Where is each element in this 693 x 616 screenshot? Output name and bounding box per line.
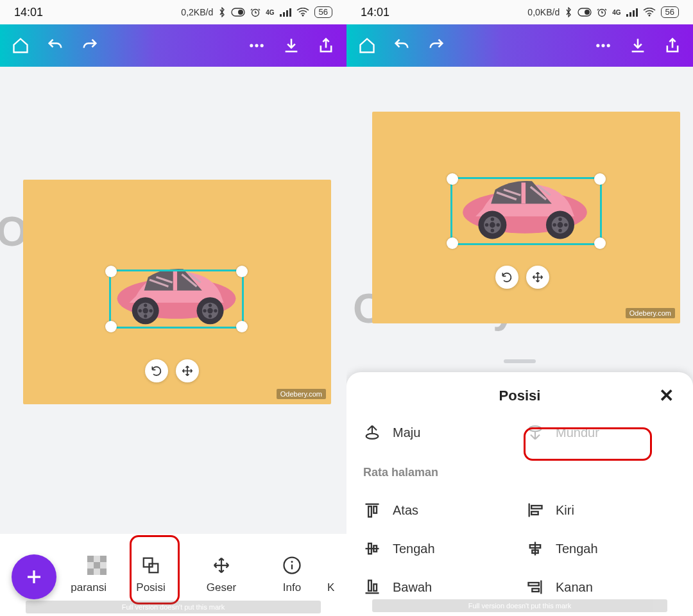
undo-icon[interactable] [393, 37, 411, 55]
resize-handle-tr[interactable] [594, 173, 606, 185]
option-align-right[interactable]: Kanan [526, 578, 676, 596]
tool-more-cut[interactable]: K [327, 556, 346, 594]
resize-handle-bl[interactable] [447, 237, 458, 249]
download-icon[interactable] [282, 37, 300, 55]
trial-watermark: Full version doesn't put this mark [372, 599, 667, 612]
align-bottom-icon [363, 578, 381, 596]
option-forward[interactable]: Maju [363, 424, 513, 441]
svg-rect-60 [531, 511, 538, 515]
option-label: Tengah [393, 542, 435, 556]
resize-handle-br[interactable] [594, 237, 606, 249]
option-label: Kanan [556, 580, 593, 595]
share-icon[interactable] [317, 37, 335, 55]
rotate-button[interactable] [145, 359, 168, 382]
undo-icon[interactable] [46, 37, 64, 55]
status-net: 0,2KB/d [181, 7, 213, 17]
resize-handle-tr[interactable] [236, 266, 248, 277]
nudge-icon [212, 556, 231, 575]
svg-point-54 [529, 426, 542, 431]
status-battery: 56 [314, 6, 332, 18]
phone-right: 14:01 0,0KB/d 4G 56 [346, 0, 693, 616]
svg-rect-35 [87, 569, 94, 575]
option-align-left[interactable]: Kiri [526, 501, 676, 519]
option-label: Kiri [556, 503, 574, 518]
svg-rect-32 [87, 556, 94, 562]
svg-rect-48 [636, 8, 638, 17]
option-align-hcenter[interactable]: Tengah [526, 540, 676, 558]
svg-point-41 [291, 561, 293, 563]
svg-rect-26 [289, 8, 291, 17]
artboard-mark: Odebery.com [626, 308, 675, 318]
sheet-title: Posisi [499, 388, 541, 404]
svg-point-28 [250, 44, 253, 47]
align-top-icon [363, 501, 381, 519]
svg-rect-34 [94, 562, 100, 569]
download-icon[interactable] [629, 37, 647, 55]
svg-rect-36 [100, 569, 107, 575]
sheet-drag-handle[interactable] [504, 359, 536, 363]
rotate-button[interactable] [495, 266, 518, 289]
signal-icon [626, 8, 638, 17]
tool-position[interactable]: Posisi [116, 556, 186, 594]
status-bar: 14:01 0,0KB/d 4G 56 [346, 0, 693, 24]
move-button[interactable] [526, 266, 549, 289]
tool-label: paransi [71, 581, 107, 594]
wifi-icon [643, 8, 656, 17]
redo-icon[interactable] [427, 37, 445, 55]
bluetooth-icon [218, 7, 226, 17]
option-label: Atas [393, 503, 418, 518]
align-vcenter-icon [363, 540, 381, 558]
resize-handle-bl[interactable] [105, 321, 117, 332]
signal-icon [280, 8, 291, 17]
share-icon[interactable] [663, 37, 681, 55]
option-align-vcenter[interactable]: Tengah [363, 540, 513, 558]
svg-point-30 [261, 44, 264, 47]
close-icon[interactable]: ✕ [659, 385, 674, 406]
align-hcenter-icon [526, 540, 544, 558]
tool-label: Geser [207, 581, 236, 594]
more-icon[interactable] [594, 37, 612, 55]
svg-rect-59 [531, 506, 542, 509]
artboard-mark: Odebery.com [277, 389, 326, 399]
option-backward: Mundur [526, 424, 676, 441]
position-sheet: Posisi ✕ Maju Mundur Rata halaman Atas [346, 372, 693, 616]
move-button[interactable] [176, 359, 199, 382]
svg-rect-47 [633, 10, 635, 17]
home-icon[interactable] [12, 37, 30, 55]
svg-rect-57 [373, 506, 377, 513]
tool-transparency[interactable]: paransi [64, 556, 116, 594]
status-bar: 14:01 0,2KB/d 4G 56 [0, 0, 346, 24]
svg-rect-69 [373, 584, 377, 591]
svg-point-53 [366, 434, 379, 439]
svg-rect-72 [532, 588, 539, 592]
svg-rect-38 [150, 564, 158, 573]
option-align-bottom[interactable]: Bawah [363, 578, 513, 596]
resize-handle-tl[interactable] [447, 173, 458, 185]
position-icon [141, 556, 160, 575]
selection-box[interactable] [450, 177, 602, 245]
backward-icon [526, 424, 544, 441]
redo-icon[interactable] [81, 37, 99, 55]
app-toolbar [0, 24, 346, 67]
svg-point-49 [648, 15, 650, 17]
tool-label: Posisi [136, 581, 165, 594]
resize-handle-br[interactable] [236, 321, 248, 332]
option-align-top[interactable]: Atas [363, 501, 513, 519]
svg-point-50 [596, 44, 599, 47]
fab-add[interactable] [12, 554, 56, 599]
tool-info[interactable]: Info [257, 556, 327, 594]
svg-point-52 [607, 44, 610, 47]
status-battery: 56 [661, 6, 679, 18]
svg-rect-45 [626, 14, 628, 17]
svg-point-51 [601, 44, 604, 47]
phone-left: 14:01 0,2KB/d 4G 56 [0, 0, 346, 616]
option-label: Bawah [393, 580, 432, 595]
home-icon[interactable] [358, 37, 376, 55]
tool-nudge[interactable]: Geser [186, 556, 257, 594]
svg-rect-33 [100, 556, 107, 562]
status-time: 14:01 [14, 6, 43, 19]
more-icon[interactable] [248, 37, 266, 55]
selection-box[interactable] [109, 270, 244, 329]
option-label: Mundur [556, 425, 599, 440]
resize-handle-tl[interactable] [105, 266, 117, 277]
